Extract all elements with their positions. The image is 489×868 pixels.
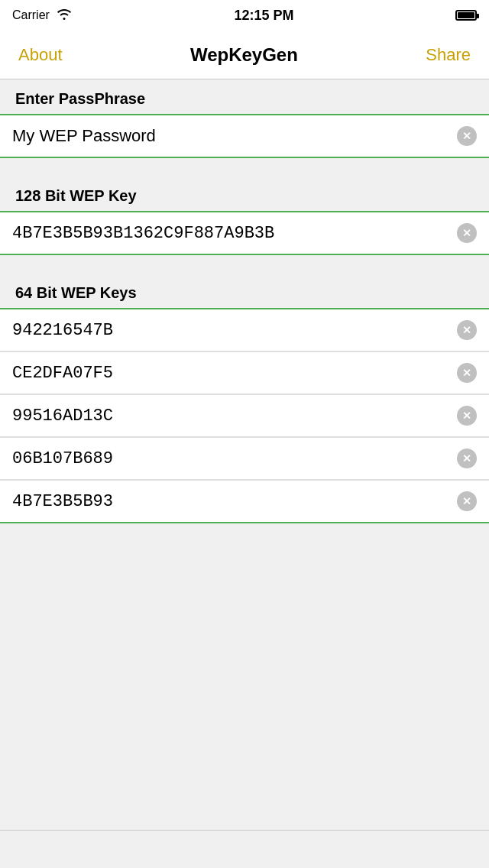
wep64-key-4: 4B7E3B5B93 xyxy=(12,492,451,511)
wep128-field-row: 4B7E3B5B93B1362C9F887A9B3B xyxy=(0,212,489,254)
bottom-bar xyxy=(0,830,489,868)
wep64-header: 64 Bit WEP Keys xyxy=(0,274,489,308)
passphrase-field-container xyxy=(0,114,489,158)
spacer-1 xyxy=(0,161,489,177)
wep128-header: 128 Bit WEP Key xyxy=(0,177,489,211)
wep128-clear-button[interactable] xyxy=(457,223,477,243)
wep64-field-container: 942216547B CE2DFA07F5 99516AD13C 06B107B… xyxy=(0,308,489,523)
passphrase-field-row xyxy=(0,115,489,157)
main-content: Enter PassPhrase 128 Bit WEP Key 4B7E3B5… xyxy=(0,79,489,557)
wep128-section: 128 Bit WEP Key 4B7E3B5B93B1362C9F887A9B… xyxy=(0,177,489,255)
wep64-clear-button-3[interactable] xyxy=(457,449,477,468)
wep64-key-row-0: 942216547B xyxy=(0,309,489,351)
spacer-2 xyxy=(0,258,489,274)
passphrase-section: Enter PassPhrase xyxy=(0,79,489,158)
wifi-icon xyxy=(56,8,73,23)
wep64-key-row-1: CE2DFA07F5 xyxy=(0,351,489,394)
wep128-value: 4B7E3B5B93B1362C9F887A9B3B xyxy=(12,224,451,243)
wep64-clear-button-1[interactable] xyxy=(457,363,477,383)
passphrase-clear-button[interactable] xyxy=(457,126,477,146)
status-left: Carrier xyxy=(12,8,73,23)
passphrase-header: Enter PassPhrase xyxy=(0,79,489,114)
status-time: 12:15 PM xyxy=(73,8,455,24)
status-bar: Carrier 12:15 PM xyxy=(0,0,489,31)
about-button[interactable]: About xyxy=(12,42,69,68)
passphrase-input[interactable] xyxy=(12,126,451,146)
carrier-label: Carrier xyxy=(12,8,50,22)
share-button[interactable]: Share xyxy=(419,42,477,68)
wep64-key-2: 99516AD13C xyxy=(12,406,451,426)
wep64-section: 64 Bit WEP Keys 942216547B CE2DFA07F5 99… xyxy=(0,274,489,523)
battery-icon xyxy=(455,10,477,21)
wep128-field-container: 4B7E3B5B93B1362C9F887A9B3B xyxy=(0,211,489,255)
status-right xyxy=(455,10,477,21)
nav-title: WepKeyGen xyxy=(69,44,420,66)
wep64-key-row-2: 99516AD13C xyxy=(0,394,489,437)
wep64-key-1: CE2DFA07F5 xyxy=(12,364,451,383)
wep64-key-3: 06B107B689 xyxy=(12,449,451,468)
wep64-clear-button-0[interactable] xyxy=(457,320,477,340)
wep64-key-0: 942216547B xyxy=(12,321,451,340)
nav-bar: About WepKeyGen Share xyxy=(0,31,489,79)
wep64-key-row-3: 06B107B689 xyxy=(0,437,489,480)
wep64-clear-button-4[interactable] xyxy=(457,491,477,511)
wep64-key-row-4: 4B7E3B5B93 xyxy=(0,480,489,522)
wep64-clear-button-2[interactable] xyxy=(457,406,477,426)
